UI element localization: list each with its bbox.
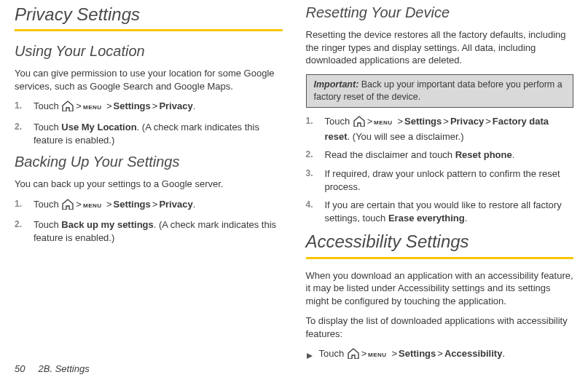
divider (15, 29, 283, 31)
step-item: Touch >>Settings>Privacy. (25, 198, 283, 213)
paragraph: You can back up your settings to a Googl… (15, 178, 283, 191)
nav-label: Settings (114, 100, 151, 111)
menu-icon (368, 349, 390, 363)
heading-using-location: Using Your Location (15, 41, 283, 61)
right-column: Resetting Your Device Resetting the devi… (306, 3, 574, 369)
step-text: . (You will see a disclaimer.) (348, 131, 464, 142)
nav-label: Privacy (159, 199, 192, 210)
steps-list: Touch >>Settings>Privacy. Touch Use My L… (25, 100, 283, 146)
chevron-right-icon: > (152, 198, 158, 211)
step-text: . (465, 213, 468, 223)
page-number: 50 (15, 363, 25, 374)
paragraph: Resetting the device restores all the fa… (306, 28, 574, 67)
step-item: If you are certain that you would like t… (316, 199, 574, 224)
step-item: If required, draw your unlock pattern to… (316, 167, 574, 193)
menu-icon (83, 102, 105, 115)
heading-backing-up: Backing Up Your Settings (15, 152, 283, 172)
chevron-right-icon: > (106, 198, 112, 211)
action-label: Erase everything (388, 213, 465, 223)
chevron-right-icon: > (437, 347, 443, 360)
step-item: Touch >>Settings>Privacy>Factory data re… (316, 115, 574, 143)
paragraph: To display the list of downloaded applic… (306, 314, 574, 340)
step-text: Touch (34, 122, 61, 132)
step-item: Read the disclaimer and touch Reset phon… (316, 149, 574, 162)
step-text: Touch (319, 348, 347, 359)
chevron-right-icon: > (367, 115, 373, 128)
nav-label: Settings (399, 348, 436, 359)
steps-list: Touch >>Settings>Privacy. Touch Back up … (25, 198, 283, 245)
triangle-right-icon (306, 350, 313, 363)
action-label: Use My Location (61, 122, 136, 132)
step-item: Touch Use My Location. (A check mark ind… (25, 121, 283, 146)
chevron-right-icon: > (485, 115, 491, 128)
home-icon (61, 100, 74, 115)
nav-label: Settings (114, 199, 151, 210)
heading-privacy-settings: Privacy Settings (15, 3, 283, 26)
left-column: Privacy Settings Using Your Location You… (15, 3, 283, 369)
step-text: Read the disclaimer and touch (325, 149, 455, 160)
menu-icon (374, 117, 396, 130)
step-text: . (193, 199, 196, 210)
action-label: Reset phone (455, 149, 512, 160)
heading-accessibility-settings: Accessibility Settings (306, 230, 574, 253)
action-label: Back up my settings (61, 219, 153, 230)
step-text: If required, draw your unlock pattern to… (325, 168, 560, 192)
step-item: Touch >>Settings>Privacy. (25, 100, 283, 115)
chevron-right-icon: > (391, 347, 397, 360)
step-item: Touch Back up my settings. (A check mark… (25, 218, 283, 244)
chevron-right-icon: > (361, 347, 367, 360)
section-label: 2B. Settings (39, 363, 90, 374)
heading-resetting-device: Resetting Your Device (306, 3, 574, 23)
home-icon (353, 115, 366, 130)
chevron-right-icon: > (76, 100, 82, 113)
home-icon (61, 198, 74, 213)
nav-label: Accessibility (444, 348, 503, 359)
chevron-right-icon: > (152, 100, 158, 113)
nav-label: Settings (404, 116, 442, 127)
chevron-right-icon: > (106, 100, 112, 113)
menu-icon (83, 200, 105, 213)
step-text: Touch (34, 219, 61, 230)
steps-list: Touch >>Settings>Privacy>Factory data re… (316, 115, 574, 224)
step-text: . (193, 100, 196, 111)
home-icon (347, 347, 360, 363)
paragraph: When you download an application with an… (306, 269, 574, 308)
nav-label: Privacy (159, 100, 192, 111)
step-text: . (502, 348, 505, 359)
step-text: Touch (34, 199, 61, 210)
divider (306, 257, 574, 259)
callout-label: Important: (314, 79, 359, 90)
chevron-right-icon: > (76, 198, 82, 211)
important-callout: Important: Back up your important data b… (306, 74, 574, 108)
paragraph: You can give permission to use your loca… (15, 67, 283, 92)
step-text: . (512, 149, 515, 160)
step-text: Touch (34, 100, 61, 111)
bullet-text: Touch >>Settings>Accessibility. (319, 347, 506, 363)
page-footer: 50 2B. Settings (15, 363, 90, 376)
chevron-right-icon: > (397, 115, 403, 128)
nav-label: Privacy (450, 116, 484, 127)
step-text: Touch (325, 116, 353, 127)
bullet-item: Touch >>Settings>Accessibility. (306, 347, 574, 363)
chevron-right-icon: > (443, 115, 449, 128)
